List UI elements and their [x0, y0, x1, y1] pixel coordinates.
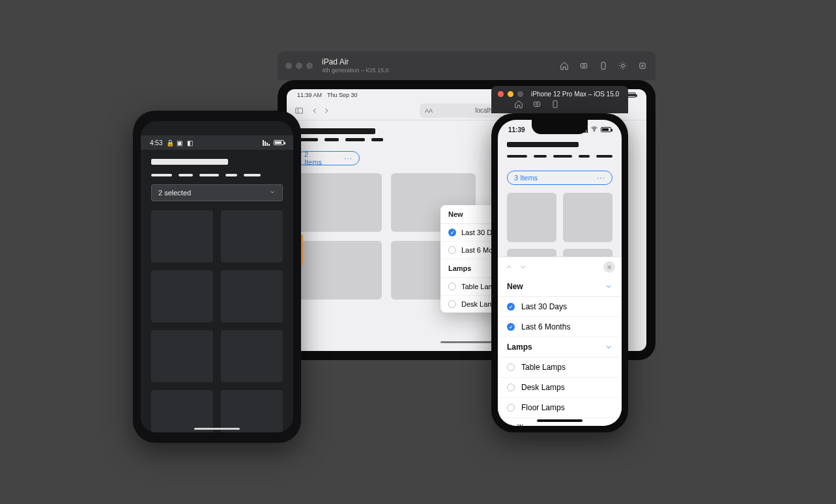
screenshot-icon[interactable] — [532, 99, 542, 109]
iphone-device: 11:39 3 Items ··· — [491, 113, 628, 432]
back-icon[interactable] — [310, 106, 319, 115]
home-indicator — [440, 341, 493, 343]
svg-rect-9 — [553, 100, 557, 107]
product-cell[interactable] — [297, 241, 382, 300]
traffic-lights[interactable] — [285, 63, 313, 69]
sidebar-icon[interactable] — [295, 106, 304, 115]
home-icon[interactable] — [559, 61, 569, 71]
rotate-icon[interactable] — [598, 61, 609, 71]
close-dot[interactable] — [498, 91, 504, 97]
iphone-sim-title: iPhone 12 Pro Max – iOS 15.0 — [531, 91, 619, 98]
sheet-section-lamps[interactable]: Lamps — [498, 337, 622, 357]
notif-icon: ▣ — [177, 139, 183, 146]
chevron-down-icon[interactable] — [519, 262, 528, 272]
sheet-option-label: Last 30 Days — [521, 302, 567, 311]
filter-pill-label: 2 Items — [304, 150, 324, 166]
product-cell[interactable] — [221, 270, 283, 322]
ipad-sim-titlebar: iPad Air 4th generation – iOS 15.0 — [278, 51, 656, 80]
radio-checked-icon — [448, 229, 456, 236]
screenshot-icon[interactable] — [579, 61, 589, 71]
sheet-option-label: Desk Lamps — [521, 383, 565, 392]
sheet-option[interactable]: Desk Lamps — [498, 378, 622, 398]
min-dot[interactable] — [508, 91, 513, 97]
caret-down-icon — [269, 189, 276, 197]
sheet-pager — [504, 262, 528, 272]
android-status-bar: 4:53 🔒 ▣ ◧ — [141, 135, 293, 150]
settings-icon[interactable] — [637, 61, 648, 71]
sheet-option[interactable]: Last 6 Months — [498, 317, 622, 337]
product-cell[interactable] — [563, 193, 613, 242]
radio-checked-icon — [507, 303, 515, 311]
notif-icon: 🔒 — [166, 139, 173, 146]
product-cell[interactable] — [151, 210, 213, 262]
sheet-option-label: Table Lamps — [521, 363, 566, 372]
android-status-time: 4:53 — [150, 139, 162, 147]
product-cell[interactable] — [151, 390, 213, 432]
close-icon[interactable]: ✕ — [603, 261, 615, 273]
notch — [532, 120, 588, 134]
sheet-option[interactable]: Table Lamps — [498, 357, 622, 378]
iphone-status-time: 11:39 — [508, 126, 525, 133]
sheet-section-new[interactable]: New — [498, 277, 622, 297]
page-title-placeholder — [151, 159, 283, 176]
sheet-option[interactable]: Floor Lamps — [498, 398, 622, 418]
ipad-status-time: 11:39 AM — [297, 92, 322, 98]
filter-pill-label: 3 Items — [514, 174, 538, 182]
popover-section-title: Lamps — [448, 264, 471, 272]
filter-pill-more: ··· — [344, 154, 353, 163]
svg-point-8 — [536, 103, 538, 105]
product-cell[interactable] — [297, 173, 382, 232]
sheet-section-title: New — [507, 282, 523, 291]
product-cell[interactable] — [221, 390, 283, 432]
appearance-icon[interactable] — [618, 61, 628, 71]
home-indicator — [537, 419, 583, 422]
battery-icon — [601, 127, 611, 132]
filter-pill[interactable]: 2 Items ··· — [297, 151, 360, 165]
product-cell[interactable] — [151, 270, 213, 322]
sheet-option[interactable]: Last 30 Days — [498, 297, 622, 317]
battery-icon — [274, 140, 284, 145]
popover-section-title: New — [448, 210, 463, 218]
ipad-sim-title: iPad Air — [322, 58, 389, 67]
product-cell[interactable] — [151, 330, 213, 382]
iphone-screen: 11:39 3 Items ··· — [498, 120, 622, 426]
radio-icon — [507, 363, 515, 371]
iphone-sim-titlebar: iPhone 12 Pro Max – iOS 15.0 — [491, 86, 628, 113]
radio-icon — [448, 300, 456, 308]
chevron-up-icon[interactable] — [504, 262, 513, 272]
notif-icon: ◧ — [187, 139, 194, 146]
filter-pill[interactable]: 3 Items ··· — [507, 171, 613, 185]
radio-icon — [507, 384, 515, 391]
radio-checked-icon — [507, 323, 515, 331]
svg-rect-2 — [601, 63, 605, 70]
filter-select[interactable]: 2 selected — [151, 184, 283, 201]
sheet-option-label: Floor Lamps — [521, 403, 565, 412]
product-cell[interactable] — [221, 210, 283, 262]
android-device: 4:53 🔒 ▣ ◧ 2 selected — [133, 111, 301, 443]
product-cell[interactable] — [221, 330, 283, 382]
radio-icon — [507, 404, 515, 412]
chevron-right-icon — [605, 424, 613, 426]
signal-icon — [263, 140, 270, 146]
chevron-down-icon — [605, 283, 613, 290]
ipad-status-date: Thu Sep 30 — [327, 92, 358, 98]
ipad-sim-subtitle: 4th generation – iOS 15.0 — [322, 67, 389, 74]
svg-point-10 — [594, 131, 595, 132]
svg-point-1 — [583, 64, 585, 67]
home-icon[interactable] — [513, 99, 524, 109]
rotate-icon[interactable] — [550, 99, 560, 109]
page-title-placeholder — [507, 142, 613, 158]
product-grid — [151, 210, 283, 432]
svg-rect-0 — [581, 64, 586, 68]
product-cell[interactable] — [507, 193, 556, 242]
svg-rect-6 — [296, 107, 303, 113]
radio-icon — [448, 246, 456, 254]
max-dot[interactable] — [517, 91, 523, 97]
sheet-option-label: Last 6 Months — [521, 322, 570, 331]
filter-pill-more: ··· — [597, 173, 605, 182]
aa-icon[interactable]: AA — [425, 107, 433, 114]
forward-icon[interactable] — [322, 106, 331, 115]
power-button — [301, 234, 303, 266]
svg-rect-7 — [534, 102, 540, 106]
sheet-section-title: Ceiling — [507, 423, 533, 426]
